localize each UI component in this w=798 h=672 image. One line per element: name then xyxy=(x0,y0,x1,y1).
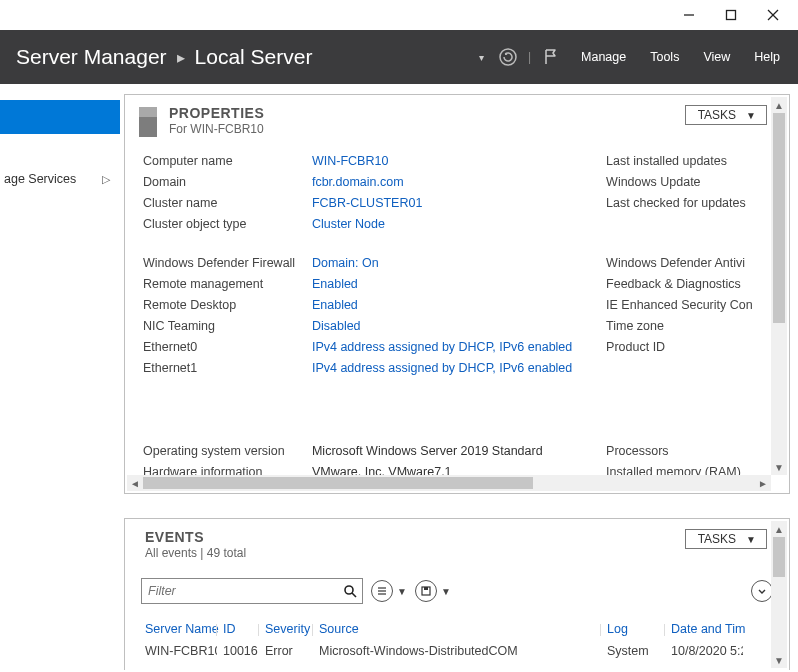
label-ethernet0: Ethernet0 xyxy=(143,337,312,358)
col-source[interactable]: Source xyxy=(313,618,601,640)
label-os-version: Operating system version xyxy=(143,441,312,462)
cell-source: Microsoft-Windows-DistributedCOM xyxy=(313,640,601,662)
tasks-label: TASKS xyxy=(698,108,736,122)
notifications-flag-icon[interactable] xyxy=(539,45,563,69)
value-ethernet0[interactable]: IPv4 address assigned by DHCP, IPv6 enab… xyxy=(312,337,606,358)
menu-tools[interactable]: Tools xyxy=(650,50,679,64)
scroll-thumb[interactable] xyxy=(143,477,533,489)
value-remote-mgmt[interactable]: Enabled xyxy=(312,274,606,295)
chevron-right-icon: ▷ xyxy=(102,173,110,186)
properties-tasks-button[interactable]: TASKS ▼ xyxy=(685,105,767,125)
scroll-thumb[interactable] xyxy=(773,537,785,577)
svg-line-6 xyxy=(352,593,356,597)
svg-point-4 xyxy=(500,49,516,65)
value-ethernet1[interactable]: IPv4 address assigned by DHCP, IPv6 enab… xyxy=(312,358,606,379)
breadcrumb: Server Manager ▸ Local Server xyxy=(16,45,479,69)
chevron-down-icon xyxy=(751,580,773,602)
svg-rect-1 xyxy=(727,11,736,20)
label-last-checked: Last checked for updates xyxy=(606,193,775,214)
server-icon xyxy=(139,107,157,137)
label-nic-teaming: NIC Teaming xyxy=(143,316,312,337)
sidebar-item-selected[interactable] xyxy=(0,100,120,134)
scroll-down-icon[interactable]: ▼ xyxy=(771,652,787,668)
header-separator: | xyxy=(528,50,531,64)
label-last-installed-updates: Last installed updates xyxy=(606,151,775,172)
scroll-left-icon[interactable]: ◄ xyxy=(127,475,143,491)
label-product-id: Product ID xyxy=(606,337,775,358)
col-severity[interactable]: Severity xyxy=(259,618,313,640)
window-minimize-button[interactable] xyxy=(668,1,710,29)
cell-log: System xyxy=(601,640,665,662)
events-subheading: All events | 49 total xyxy=(145,546,775,560)
caret-down-icon: ▼ xyxy=(746,110,756,121)
menu-view[interactable]: View xyxy=(703,50,730,64)
cell-id: 10016 xyxy=(217,640,259,662)
svg-point-5 xyxy=(345,586,353,594)
app-title[interactable]: Server Manager xyxy=(16,45,167,69)
refresh-icon[interactable] xyxy=(496,45,520,69)
value-firewall[interactable]: Domain: On xyxy=(312,253,606,274)
scroll-up-icon[interactable]: ▲ xyxy=(771,521,787,537)
search-icon[interactable] xyxy=(338,584,362,598)
label-remote-mgmt: Remote management xyxy=(143,274,312,295)
events-table-row[interactable]: WIN-FCBR10 10016 Error Microsoft-Windows… xyxy=(139,640,775,662)
label-processors: Processors xyxy=(606,441,775,462)
label-time-zone: Time zone xyxy=(606,316,775,337)
events-heading: EVENTS xyxy=(145,529,775,545)
label-cluster-name: Cluster name xyxy=(143,193,312,214)
value-os-version: Microsoft Windows Server 2019 Standard xyxy=(312,441,606,462)
col-server-name[interactable]: Server Name xyxy=(139,618,217,640)
scroll-thumb[interactable] xyxy=(773,113,785,323)
sidebar-item-label: age Services xyxy=(4,172,76,186)
col-log[interactable]: Log xyxy=(601,618,665,640)
window-close-button[interactable] xyxy=(752,1,794,29)
save-icon xyxy=(415,580,437,602)
cell-server: WIN-FCBR10 xyxy=(139,640,217,662)
label-firewall: Windows Defender Firewall xyxy=(143,253,312,274)
label-remote-desktop: Remote Desktop xyxy=(143,295,312,316)
events-expand-button[interactable] xyxy=(751,580,773,602)
window-maximize-button[interactable] xyxy=(710,1,752,29)
caret-down-icon: ▼ xyxy=(441,586,451,597)
value-remote-desktop[interactable]: Enabled xyxy=(312,295,606,316)
scroll-up-icon[interactable]: ▲ xyxy=(771,97,787,113)
properties-horizontal-scrollbar[interactable]: ◄ ► xyxy=(127,475,771,491)
caret-down-icon: ▼ xyxy=(746,534,756,545)
label-ethernet1: Ethernet1 xyxy=(143,358,312,379)
properties-subheading: For WIN-FCBR10 xyxy=(169,122,264,136)
events-filter-box[interactable] xyxy=(141,578,363,604)
col-id[interactable]: ID xyxy=(217,618,259,640)
events-filter-input[interactable] xyxy=(142,584,338,598)
value-cluster-object-type[interactable]: Cluster Node xyxy=(312,214,606,235)
value-computer-name[interactable]: WIN-FCBR10 xyxy=(312,151,606,172)
label-domain: Domain xyxy=(143,172,312,193)
value-domain[interactable]: fcbr.domain.com xyxy=(312,172,606,193)
properties-heading: PROPERTIES xyxy=(169,105,264,121)
events-table-header[interactable]: Server Name ID Severity Source Log Date … xyxy=(139,618,775,640)
events-tasks-button[interactable]: TASKS ▼ xyxy=(685,529,767,549)
label-cluster-object-type: Cluster object type xyxy=(143,214,312,235)
list-options-icon xyxy=(371,580,393,602)
label-defender-av: Windows Defender Antivi xyxy=(606,253,775,274)
label-feedback: Feedback & Diagnostics xyxy=(606,274,775,295)
events-view-options-button[interactable]: ▼ xyxy=(371,580,407,602)
menu-help[interactable]: Help xyxy=(754,50,780,64)
page-title[interactable]: Local Server xyxy=(195,45,313,69)
col-date[interactable]: Date and Tim xyxy=(665,618,743,640)
svg-rect-11 xyxy=(424,587,428,590)
label-ie-esc: IE Enhanced Security Con xyxy=(606,295,775,316)
value-nic-teaming[interactable]: Disabled xyxy=(312,316,606,337)
events-save-query-button[interactable]: ▼ xyxy=(415,580,451,602)
breadcrumb-dropdown-icon[interactable]: ▾ xyxy=(479,52,484,63)
label-windows-update: Windows Update xyxy=(606,172,775,193)
properties-vertical-scrollbar[interactable]: ▲ ▼ xyxy=(771,97,787,475)
sidebar-item-storage-services[interactable]: age Services ▷ xyxy=(0,164,120,194)
value-cluster-name[interactable]: FCBR-CLUSTER01 xyxy=(312,193,606,214)
scroll-down-icon[interactable]: ▼ xyxy=(771,459,787,475)
cell-date: 10/8/2020 5:2 xyxy=(665,640,743,662)
events-vertical-scrollbar[interactable]: ▲ ▼ xyxy=(771,521,787,668)
breadcrumb-separator-icon: ▸ xyxy=(177,48,185,67)
menu-manage[interactable]: Manage xyxy=(581,50,626,64)
scroll-right-icon[interactable]: ► xyxy=(755,475,771,491)
label-computer-name: Computer name xyxy=(143,151,312,172)
